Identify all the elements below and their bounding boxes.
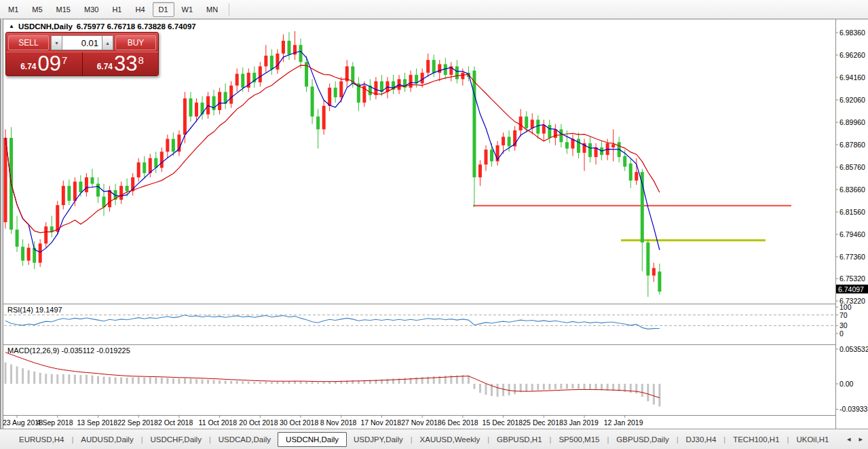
macd-axis-label: 0.00 (839, 380, 853, 388)
price-axis-label: 6.85760 (839, 163, 865, 171)
buy-button[interactable]: BUY (115, 35, 156, 50)
date-axis-label: 25 Dec 2018 (523, 418, 563, 427)
sell-price-small: 6.74 (20, 62, 36, 74)
tab-scroll-left-icon[interactable]: ◂ (847, 435, 851, 443)
tab-usdcad[interactable]: USDCAD,Daily (212, 433, 278, 446)
sell-button[interactable]: SELL (8, 35, 49, 50)
sell-price-big: 09 (38, 54, 61, 74)
tab-tech100[interactable]: TECH100,H1 (726, 433, 786, 446)
volume-decrease-button[interactable]: ▼ (51, 35, 62, 50)
trading-terminal: M1M5M15M30H1H4D1W1MN ▲ USDCNH,Daily 6.75… (0, 0, 868, 449)
rsi-axis-label: 0 (839, 329, 844, 338)
date-axis-label: 11 Oct 2018 (199, 418, 237, 427)
timeframe-button-m15[interactable]: M15 (50, 2, 77, 17)
chart-symbol-label: USDCNH,Daily (18, 22, 73, 31)
timeframe-button-h1[interactable]: H1 (106, 2, 128, 17)
price-axis-label: 6.87860 (839, 141, 865, 149)
date-axis-label: 22 Sep 2018 (117, 418, 158, 427)
macd-axis-label: -0.039333 (839, 405, 868, 413)
price-axis-label: 6.83660 (839, 185, 865, 194)
date-axis-label: 15 Dec 2018 (483, 418, 523, 427)
one-click-trade-widget: SELL ▼ ▲ BUY 6.74 09 7 6.74 33 8 (5, 32, 159, 76)
toolbar-separator (229, 3, 229, 16)
date-axis-label: 13 Sep 2018 (77, 418, 117, 427)
tab-gbpusd[interactable]: GBPUSD,Daily (609, 433, 675, 446)
tab-ukoil[interactable]: UKOil,H1 (789, 433, 835, 446)
collapse-triangle-icon[interactable]: ▲ (9, 23, 14, 29)
price-axis-label: 6.92060 (839, 96, 865, 104)
tab-scroll-right-icon[interactable]: ▸ (858, 435, 863, 443)
date-axis-label: 8 Nov 2018 (320, 418, 357, 427)
sell-price-panel[interactable]: 6.74 09 7 (6, 52, 82, 76)
price-axis-label: 6.75320 (839, 274, 865, 283)
timeframe-button-h4[interactable]: H4 (129, 2, 151, 17)
buy-price-panel[interactable]: 6.74 33 8 (83, 52, 159, 76)
rsi-axis-label: 70 (839, 311, 848, 319)
timeframe-button-w1[interactable]: W1 (176, 2, 200, 17)
price-axis-label: 6.81560 (839, 208, 865, 216)
price-axis-label: 6.94160 (839, 73, 865, 82)
tab-dj30[interactable]: DJ30,H4 (679, 433, 723, 446)
price-axis-label: 6.79460 (839, 230, 865, 238)
symbol-tab-bar: EURUSD,H4|AUDUSD,Daily|USDCHF,Daily|USDC… (0, 429, 868, 449)
tab-audusd[interactable]: AUDUSD,Daily (74, 433, 140, 446)
timeframe-toolbar: M1M5M15M30H1H4D1W1MN (0, 0, 868, 19)
tab-scroll-arrows: ◂ ▸ (847, 435, 863, 443)
volume-increase-button[interactable]: ▲ (102, 35, 113, 50)
rsi-label: RSI(14) 19.1497 (7, 306, 62, 314)
macd-axis-label: 0.053532 (839, 345, 868, 353)
price-axis-label: 6.98360 (839, 29, 865, 37)
price-axis-label: 6.96260 (839, 51, 865, 59)
date-axis-label: 27 Nov 2018 (401, 418, 442, 427)
current-price-tag: 6.74097 (836, 285, 868, 293)
date-axis-label: 17 Nov 2018 (360, 418, 401, 427)
timeframe-button-m30[interactable]: M30 (78, 2, 105, 17)
trade-widget-top-row: SELL ▼ ▲ BUY (6, 33, 158, 51)
tab-usdcnh[interactable]: USDCNH,Daily (278, 432, 347, 447)
timeframe-button-m1[interactable]: M1 (2, 2, 24, 17)
buy-price-big: 33 (114, 54, 137, 74)
tab-usdchf[interactable]: USDCHF,Daily (144, 433, 208, 446)
date-axis-label: 3 Jan 2019 (563, 418, 599, 427)
trade-widget-prices: 6.74 09 7 6.74 33 8 (6, 52, 158, 76)
rsi-axis-label: 100 (839, 303, 852, 311)
tab-sp500[interactable]: SP500,M15 (552, 433, 606, 446)
price-axis-label: 6.89960 (839, 118, 865, 126)
chart-ohlc-values: 6.75977 6.76718 6.73828 6.74097 (77, 22, 196, 31)
date-axis-label: 2 Oct 2018 (158, 418, 193, 427)
date-axis-label: 20 Oct 2018 (239, 418, 278, 427)
date-axis-label: 30 Oct 2018 (280, 418, 318, 427)
volume-input[interactable] (62, 35, 102, 50)
sell-price-sup: 7 (62, 54, 67, 66)
macd-label: MACD(12,26,9) -0.035112 -0.019225 (7, 346, 130, 355)
date-axis-label: 6 Dec 2018 (442, 418, 478, 427)
tab-gbpusd[interactable]: GBPUSD,H1 (490, 433, 548, 446)
date-axis-label: 12 Jan 2019 (604, 418, 643, 427)
window-left-frame (0, 19, 3, 429)
tab-usdjpy[interactable]: USDJPY,Daily (347, 433, 410, 446)
price-axis-label: 6.77360 (839, 253, 865, 261)
volume-stepper: ▼ ▲ (51, 35, 113, 50)
rsi-axis-label: 30 (839, 321, 848, 329)
timeframe-button-d1[interactable]: D1 (153, 2, 174, 17)
buy-price-small: 6.74 (97, 62, 113, 74)
tab-eurusd[interactable]: EURUSD,H4 (12, 433, 71, 446)
chart-title: ▲ USDCNH,Daily 6.75977 6.76718 6.73828 6… (9, 22, 196, 31)
date-axis-label: 4 Sep 2018 (37, 418, 73, 427)
tab-xauusd[interactable]: XAUUSD,Weekly (413, 433, 487, 446)
timeframe-button-m5[interactable]: M5 (26, 2, 48, 17)
buy-price-sup: 8 (138, 54, 144, 66)
timeframe-button-mn[interactable]: MN (200, 2, 224, 17)
